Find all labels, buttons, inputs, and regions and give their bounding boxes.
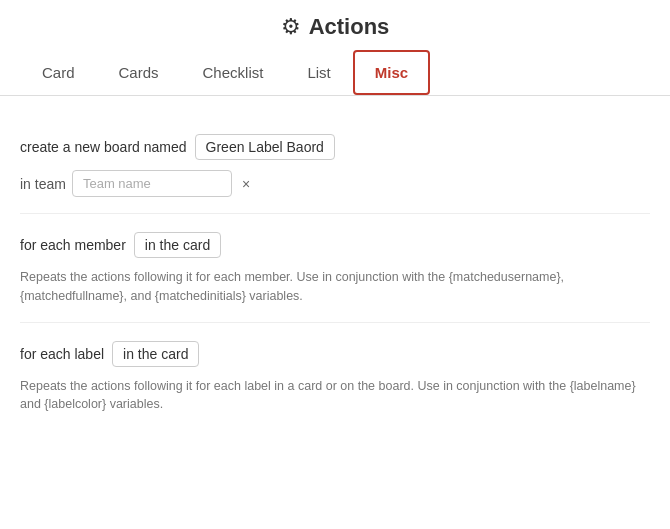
for-each-label-label: for each label bbox=[20, 346, 104, 362]
clear-team-button[interactable]: × bbox=[238, 174, 254, 194]
tab-list[interactable]: List bbox=[285, 50, 352, 95]
gear-icon: ⚙ bbox=[281, 14, 301, 40]
section-for-each-label: for each label in the card Repeats the a… bbox=[20, 323, 650, 431]
in-the-card-badge-member[interactable]: in the card bbox=[134, 232, 221, 258]
section-create-board: create a new board named Green Label Bao… bbox=[20, 116, 650, 214]
for-each-label-row: for each label in the card bbox=[20, 341, 650, 367]
create-board-row1: create a new board named Green Label Bao… bbox=[20, 134, 650, 160]
tab-cards[interactable]: Cards bbox=[97, 50, 181, 95]
in-team-label: in team bbox=[20, 176, 66, 192]
section-for-each-member: for each member in the card Repeats the … bbox=[20, 214, 650, 323]
board-name-badge[interactable]: Green Label Baord bbox=[195, 134, 335, 160]
tab-checklist[interactable]: Checklist bbox=[181, 50, 286, 95]
content-area: create a new board named Green Label Bao… bbox=[0, 96, 670, 430]
for-each-member-row: for each member in the card bbox=[20, 232, 650, 258]
create-board-label: create a new board named bbox=[20, 139, 187, 155]
tab-misc[interactable]: Misc bbox=[353, 50, 430, 95]
tab-card[interactable]: Card bbox=[20, 50, 97, 95]
page-title: Actions bbox=[309, 14, 390, 40]
for-each-member-label: for each member bbox=[20, 237, 126, 253]
for-each-member-description: Repeats the actions following it for eac… bbox=[20, 268, 650, 306]
tabs-bar: Card Cards Checklist List Misc bbox=[0, 50, 670, 96]
for-each-label-description: Repeats the actions following it for eac… bbox=[20, 377, 650, 415]
in-the-card-badge-label[interactable]: in the card bbox=[112, 341, 199, 367]
team-name-input[interactable] bbox=[72, 170, 232, 197]
header: ⚙ Actions bbox=[0, 0, 670, 50]
create-board-row2: in team × bbox=[20, 170, 650, 197]
